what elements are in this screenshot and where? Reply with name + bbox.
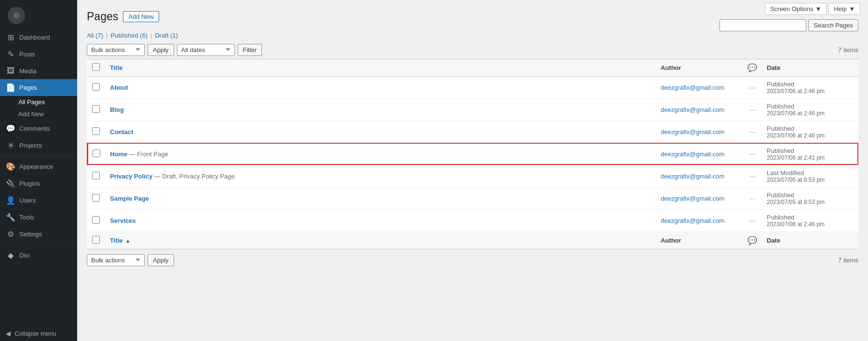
item-count-bottom: 7 items [838, 257, 858, 264]
media-icon: 🖼 [6, 67, 15, 75]
sidebar-item-users-label: Users [19, 197, 36, 204]
sidebar-item-projects-label: Projects [19, 142, 42, 149]
row-checkbox[interactable] [92, 194, 100, 202]
sidebar-item-users[interactable]: 👤 Users [0, 192, 77, 209]
row-author-link[interactable]: deezgrafix@gmail.com [661, 106, 724, 113]
row-checkbox[interactable] [92, 83, 100, 91]
row-date-cell: Published 2023/07/06 at 2:46 pm [762, 121, 858, 143]
header-comments-icon: 💬 [747, 64, 757, 72]
sidebar-item-plugins[interactable]: 🔌 Plugins [0, 175, 77, 192]
sidebar-divider [0, 156, 77, 156]
row-title-cell: Home — Front Page [105, 143, 656, 165]
row-author-cell: deezgrafix@gmail.com [656, 143, 743, 165]
select-all-checkbox[interactable] [92, 63, 100, 71]
collapse-menu-button[interactable]: ◀ Collapse menu [0, 326, 77, 341]
row-date-cell: Last Modified 2023/07/05 at 8:53 pm [762, 165, 858, 187]
row-checkbox[interactable] [92, 172, 100, 179]
header-author-label: Author [661, 64, 681, 71]
bulk-actions-select[interactable]: Bulk actions [87, 44, 145, 56]
row-checkbox[interactable] [92, 105, 100, 113]
row-title-link[interactable]: Contact [110, 128, 133, 136]
row-title-cell: Services [105, 209, 656, 232]
filter-published-link[interactable]: Published (6) [110, 32, 148, 39]
row-author-link[interactable]: deezgrafix@gmail.com [661, 217, 724, 224]
sidebar-item-comments[interactable]: 💬 Comments [0, 120, 77, 137]
row-comments-value: — [749, 173, 756, 180]
row-date-status: Published [767, 191, 854, 199]
row-checkbox-cell [87, 143, 105, 165]
sidebar-item-appearance[interactable]: 🎨 Appearance [0, 158, 77, 175]
row-author-link[interactable]: deezgrafix@gmail.com [661, 195, 724, 202]
filter-all-link[interactable]: All (7) [87, 32, 103, 39]
row-comments-cell: — [743, 76, 762, 98]
sidebar-item-tools[interactable]: 🔧 Tools [0, 209, 77, 226]
divi-icon: ◆ [6, 251, 15, 260]
sidebar-item-settings[interactable]: ⚙ Settings [0, 226, 77, 243]
sidebar-subitem-all-pages[interactable]: All Pages [0, 96, 77, 108]
sidebar-item-divi-label: Divi [19, 252, 30, 259]
row-checkbox-cell [87, 165, 105, 187]
row-date-value: 2023/07/05 at 8:53 pm [767, 177, 854, 183]
add-new-button[interactable]: Add New [123, 11, 159, 22]
header-title-col[interactable]: Title [105, 59, 656, 76]
sidebar-item-dashboard-label: Dashboard [19, 34, 50, 41]
search-pages-button[interactable]: Search Pages [808, 19, 858, 31]
sidebar-subitem-add-new[interactable]: Add New [0, 108, 77, 120]
projects-icon: ✳ [6, 141, 15, 150]
apply-button[interactable]: Apply [148, 44, 174, 56]
appearance-icon: 🎨 [6, 162, 15, 171]
table-row: Blog deezgrafix@gmail.com — Published 20… [87, 98, 858, 121]
row-checkbox[interactable] [92, 127, 100, 135]
sidebar-item-dashboard[interactable]: ⊞ Dashboard [0, 29, 77, 46]
row-author-link[interactable]: deezgrafix@gmail.com [661, 84, 724, 91]
filter-draft-count: 1 [173, 32, 176, 39]
row-author-link[interactable]: deezgrafix@gmail.com [661, 128, 724, 136]
row-title-cell: Privacy Policy — Draft, Privacy Policy P… [105, 165, 656, 187]
row-date-cell: Published 2023/07/06 at 2:41 pm [762, 143, 858, 165]
footer-comments-icon: 💬 [747, 236, 757, 245]
row-checkbox[interactable] [93, 150, 100, 157]
row-author-link[interactable]: deezgrafix@gmail.com [661, 173, 724, 180]
header-checkbox-col [87, 59, 105, 76]
select-all-footer-checkbox[interactable] [92, 236, 100, 244]
search-area: Search Pages [719, 19, 858, 31]
row-author-cell: deezgrafix@gmail.com [656, 165, 743, 187]
footer-title-col[interactable]: Title ▲ [105, 232, 656, 249]
collapse-arrow-icon: ◀ [6, 330, 11, 337]
sidebar-item-posts[interactable]: ✎ Posts [0, 46, 77, 63]
apply-bottom-button[interactable]: Apply [148, 254, 174, 266]
footer-date-label: Date [767, 237, 780, 244]
sidebar-item-pages[interactable]: 📄 Pages [0, 79, 77, 96]
help-button[interactable]: Help ▼ [828, 3, 860, 15]
row-checkbox-cell [87, 98, 105, 121]
row-author-link[interactable]: deezgrafix@gmail.com [661, 150, 724, 158]
row-date-value: 2023/07/06 at 2:46 pm [767, 110, 854, 117]
screen-options-button[interactable]: Screen Options ▼ [765, 3, 827, 15]
content-area: Pages Add New Search Pages All (7) | Pub… [77, 0, 868, 341]
row-checkbox[interactable] [92, 216, 100, 224]
row-title-link[interactable]: Services [110, 217, 136, 224]
bulk-actions-bottom-select[interactable]: Bulk actions [87, 254, 145, 266]
sidebar-item-media[interactable]: 🖼 Media [0, 63, 77, 79]
row-date-value: 2023/07/06 at 2:41 pm [767, 154, 854, 161]
row-title-link[interactable]: About [110, 84, 128, 91]
sidebar-item-projects[interactable]: ✳ Projects [0, 137, 77, 154]
page-title: Pages [87, 10, 118, 24]
row-author-cell: deezgrafix@gmail.com [656, 76, 743, 98]
row-title-link[interactable]: Sample Page [110, 195, 149, 202]
row-title-link[interactable]: Blog [110, 106, 124, 113]
row-checkbox-cell [87, 209, 105, 232]
row-comments-cell: — [743, 209, 762, 232]
search-input[interactable] [719, 19, 806, 31]
bottom-toolbar: Bulk actions Apply 7 items [87, 254, 858, 266]
settings-icon: ⚙ [6, 230, 15, 239]
sidebar-item-divi[interactable]: ◆ Divi [0, 247, 77, 264]
row-title-link[interactable]: Privacy Policy [110, 173, 152, 180]
all-dates-select[interactable]: All dates [177, 44, 235, 56]
help-label: Help [834, 5, 847, 13]
filter-button[interactable]: Filter [238, 44, 262, 56]
comments-icon: 💬 [6, 124, 15, 133]
filter-draft-link[interactable]: Draft (1) [155, 32, 178, 39]
filter-published-label: Published [110, 32, 138, 39]
row-title-link[interactable]: Home [110, 150, 127, 158]
